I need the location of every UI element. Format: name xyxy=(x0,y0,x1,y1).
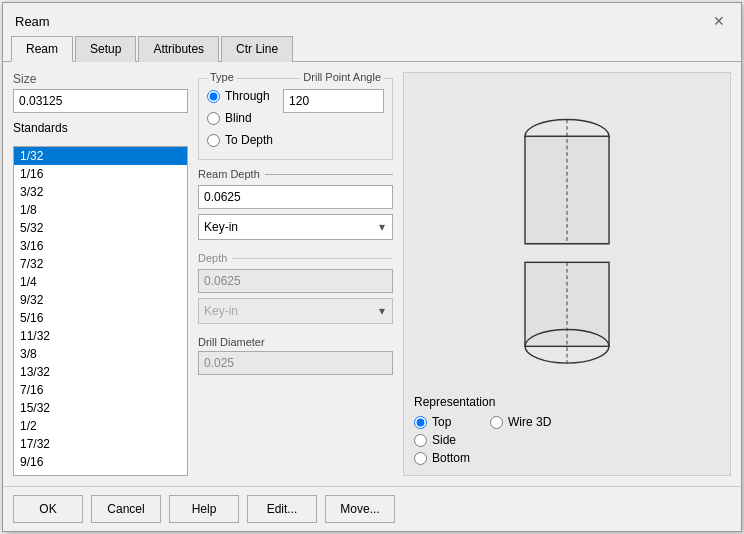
drill-angle-legend: Drill Point Angle xyxy=(300,71,384,83)
right-panel: Representation Top Side Bott xyxy=(403,72,731,476)
list-item[interactable]: 7/32 xyxy=(14,255,187,273)
left-panel: Size Standards 1/321/163/321/85/323/167/… xyxy=(13,72,188,476)
list-item[interactable]: 5/32 xyxy=(14,219,187,237)
representation-section: Representation Top Side Bott xyxy=(414,395,720,465)
ream-dialog: Ream ✕ Ream Setup Attributes Ctr Line Si… xyxy=(2,2,742,532)
type-through-label: Through xyxy=(225,89,270,103)
list-item[interactable]: 5/16 xyxy=(14,309,187,327)
rep-wire3d-row: Wire 3D xyxy=(490,415,551,429)
rep-wire3d-label: Wire 3D xyxy=(508,415,551,429)
help-button[interactable]: Help xyxy=(169,495,239,523)
ream-depth-method-select[interactable]: Key-in Formula xyxy=(198,214,393,240)
list-item[interactable]: 19/32 xyxy=(14,471,187,475)
type-to-depth-row: To Depth xyxy=(207,133,273,147)
list-item[interactable]: 15/32 xyxy=(14,399,187,417)
list-item[interactable]: 9/16 xyxy=(14,453,187,471)
list-item[interactable]: 1/4 xyxy=(14,273,187,291)
size-label: Size xyxy=(13,72,188,86)
type-blind-row: Blind xyxy=(207,111,273,125)
rep-options: Top Side Bottom xyxy=(414,415,720,465)
rep-bottom-row: Bottom xyxy=(414,451,470,465)
edit-button[interactable]: Edit... xyxy=(247,495,317,523)
standards-list-container: 1/321/163/321/85/323/167/321/49/325/1611… xyxy=(13,146,188,476)
content-area: Size Standards 1/321/163/321/85/323/167/… xyxy=(3,62,741,486)
rep-side-row: Side xyxy=(414,433,470,447)
move-button[interactable]: Move... xyxy=(325,495,395,523)
depth-input xyxy=(198,269,393,293)
depth-method-select: Key-in Formula xyxy=(198,298,393,324)
depth-method-wrapper: Key-in Formula xyxy=(198,298,393,324)
rep-side-label: Side xyxy=(432,433,456,447)
tab-ream[interactable]: Ream xyxy=(11,36,73,62)
type-blind-label: Blind xyxy=(225,111,252,125)
drill-diameter-input xyxy=(198,351,393,375)
rep-bottom-radio[interactable] xyxy=(414,452,427,465)
close-button[interactable]: ✕ xyxy=(709,11,729,31)
rep-top-radio[interactable] xyxy=(414,416,427,429)
list-item[interactable]: 1/8 xyxy=(14,201,187,219)
middle-panel: Type Drill Point Angle Through Blind xyxy=(198,72,393,476)
tab-ctr-line[interactable]: Ctr Line xyxy=(221,36,293,62)
rep-bottom-label: Bottom xyxy=(432,451,470,465)
rep-wire3d-radio[interactable] xyxy=(490,416,503,429)
rep-top-label: Top xyxy=(432,415,451,429)
type-section: Type Drill Point Angle Through Blind xyxy=(198,78,393,160)
ream-diagram xyxy=(497,99,637,379)
drill-angle-input[interactable] xyxy=(283,89,384,113)
ream-depth-label: Ream Depth xyxy=(198,168,393,180)
depth-label: Depth xyxy=(198,252,393,264)
dialog-title: Ream xyxy=(15,14,50,29)
list-item[interactable]: 1/32 xyxy=(14,147,187,165)
list-item[interactable]: 1/2 xyxy=(14,417,187,435)
type-through-radio[interactable] xyxy=(207,90,220,103)
rep-col-2: Wire 3D xyxy=(490,415,551,465)
list-item[interactable]: 17/32 xyxy=(14,435,187,453)
type-blind-radio[interactable] xyxy=(207,112,220,125)
rep-col-1: Top Side Bottom xyxy=(414,415,470,465)
type-legend: Type xyxy=(207,71,237,83)
list-item[interactable]: 3/32 xyxy=(14,183,187,201)
standards-label: Standards xyxy=(13,121,188,135)
list-item[interactable]: 11/32 xyxy=(14,327,187,345)
type-through-row: Through xyxy=(207,89,273,103)
tab-setup[interactable]: Setup xyxy=(75,36,136,62)
title-bar: Ream ✕ xyxy=(3,3,741,35)
button-row: OK Cancel Help Edit... Move... xyxy=(3,486,741,531)
diagram-area xyxy=(414,83,720,395)
size-section: Size xyxy=(13,72,188,113)
type-to-depth-radio[interactable] xyxy=(207,134,220,147)
list-item[interactable]: 13/32 xyxy=(14,363,187,381)
cancel-button[interactable]: Cancel xyxy=(91,495,161,523)
representation-title: Representation xyxy=(414,395,720,409)
tab-bar: Ream Setup Attributes Ctr Line xyxy=(3,35,741,62)
ream-depth-input[interactable] xyxy=(198,185,393,209)
type-to-depth-label: To Depth xyxy=(225,133,273,147)
size-input[interactable] xyxy=(13,89,188,113)
drill-diameter-label: Drill Diameter xyxy=(198,336,393,348)
tab-attributes[interactable]: Attributes xyxy=(138,36,219,62)
list-item[interactable]: 7/16 xyxy=(14,381,187,399)
ream-depth-method-wrapper: Key-in Formula xyxy=(198,214,393,240)
ok-button[interactable]: OK xyxy=(13,495,83,523)
rep-top-row: Top xyxy=(414,415,470,429)
list-item[interactable]: 3/8 xyxy=(14,345,187,363)
rep-side-radio[interactable] xyxy=(414,434,427,447)
list-item[interactable]: 3/16 xyxy=(14,237,187,255)
standards-list[interactable]: 1/321/163/321/85/323/167/321/49/325/1611… xyxy=(14,147,187,475)
list-item[interactable]: 9/32 xyxy=(14,291,187,309)
list-item[interactable]: 1/16 xyxy=(14,165,187,183)
